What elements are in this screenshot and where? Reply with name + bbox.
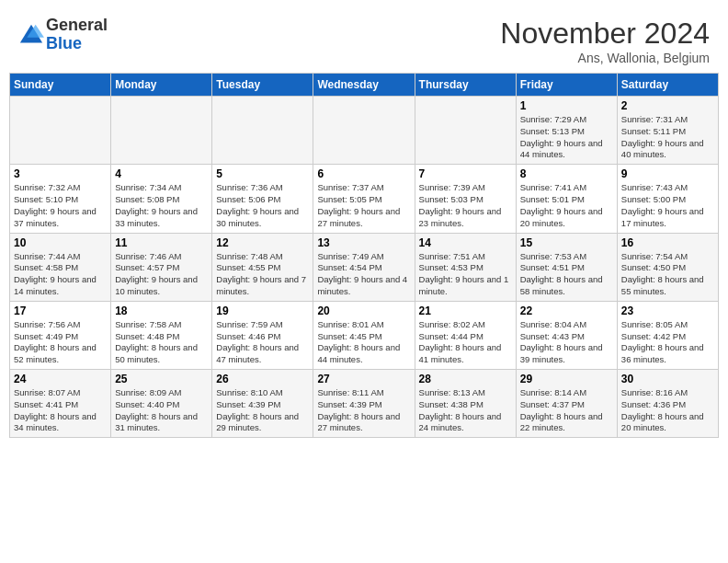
calendar-cell: 9Sunrise: 7:43 AMSunset: 5:00 PMDaylight…: [617, 165, 718, 233]
calendar-cell: 30Sunrise: 8:16 AMSunset: 4:36 PMDayligh…: [617, 370, 718, 438]
calendar-cell: 15Sunrise: 7:53 AMSunset: 4:51 PMDayligh…: [516, 233, 617, 301]
day-info: Sunrise: 7:32 AMSunset: 5:10 PMDaylight:…: [14, 182, 107, 229]
logo-general-text: General: [46, 16, 108, 34]
day-number: 10: [14, 236, 107, 249]
day-number: 15: [520, 236, 613, 249]
day-info: Sunrise: 8:10 AMSunset: 4:39 PMDaylight:…: [216, 387, 309, 434]
calendar-cell: 4Sunrise: 7:34 AMSunset: 5:08 PMDaylight…: [111, 165, 212, 233]
day-number: 25: [115, 373, 208, 385]
day-number: 3: [14, 167, 107, 180]
calendar-cell: 8Sunrise: 7:41 AMSunset: 5:01 PMDaylight…: [516, 165, 617, 233]
day-info: Sunrise: 7:48 AMSunset: 4:55 PMDaylight:…: [216, 251, 309, 298]
day-number: 8: [520, 167, 613, 180]
calendar-cell: 29Sunrise: 8:14 AMSunset: 4:37 PMDayligh…: [516, 370, 617, 438]
weekday-header-sunday: Sunday: [10, 74, 111, 97]
day-info: Sunrise: 7:56 AMSunset: 4:49 PMDaylight:…: [14, 319, 107, 366]
day-number: 21: [419, 304, 512, 317]
day-number: 14: [419, 236, 512, 249]
calendar-cell: 6Sunrise: 7:37 AMSunset: 5:05 PMDaylight…: [313, 165, 415, 233]
calendar-cell: 3Sunrise: 7:32 AMSunset: 5:10 PMDaylight…: [10, 165, 111, 233]
calendar-cell: 17Sunrise: 7:56 AMSunset: 4:49 PMDayligh…: [10, 301, 111, 369]
day-info: Sunrise: 7:41 AMSunset: 5:01 PMDaylight:…: [520, 182, 613, 229]
calendar-cell: 22Sunrise: 8:04 AMSunset: 4:43 PMDayligh…: [516, 301, 617, 369]
day-info: Sunrise: 7:59 AMSunset: 4:46 PMDaylight:…: [216, 319, 309, 366]
day-info: Sunrise: 8:02 AMSunset: 4:44 PMDaylight:…: [419, 319, 512, 366]
calendar-cell: 28Sunrise: 8:13 AMSunset: 4:38 PMDayligh…: [415, 370, 516, 438]
calendar-cell: 19Sunrise: 7:59 AMSunset: 4:46 PMDayligh…: [212, 301, 313, 369]
calendar-cell: 16Sunrise: 7:54 AMSunset: 4:50 PMDayligh…: [617, 233, 718, 301]
day-info: Sunrise: 7:44 AMSunset: 4:58 PMDaylight:…: [14, 251, 107, 298]
day-info: Sunrise: 7:36 AMSunset: 5:06 PMDaylight:…: [216, 182, 309, 229]
weekday-header-wednesday: Wednesday: [313, 74, 415, 97]
calendar-cell: 23Sunrise: 8:05 AMSunset: 4:42 PMDayligh…: [617, 301, 718, 369]
calendar-cell: [111, 97, 212, 165]
day-info: Sunrise: 7:31 AMSunset: 5:11 PMDaylight:…: [621, 114, 714, 161]
calendar-cell: [313, 97, 415, 165]
day-info: Sunrise: 7:37 AMSunset: 5:05 PMDaylight:…: [317, 182, 410, 229]
calendar-cell: 1Sunrise: 7:29 AMSunset: 5:13 PMDaylight…: [516, 97, 617, 165]
day-info: Sunrise: 7:46 AMSunset: 4:57 PMDaylight:…: [115, 251, 208, 298]
weekday-header-monday: Monday: [111, 74, 212, 97]
day-info: Sunrise: 8:05 AMSunset: 4:42 PMDaylight:…: [621, 319, 714, 366]
calendar-cell: [10, 97, 111, 165]
day-number: 7: [419, 167, 512, 180]
day-number: 16: [621, 236, 714, 249]
day-info: Sunrise: 7:39 AMSunset: 5:03 PMDaylight:…: [419, 182, 512, 229]
calendar-week-3: 10Sunrise: 7:44 AMSunset: 4:58 PMDayligh…: [10, 233, 719, 301]
calendar-week-1: 1Sunrise: 7:29 AMSunset: 5:13 PMDaylight…: [10, 97, 719, 165]
day-info: Sunrise: 7:53 AMSunset: 4:51 PMDaylight:…: [520, 251, 613, 298]
calendar-cell: 24Sunrise: 8:07 AMSunset: 4:41 PMDayligh…: [10, 370, 111, 438]
page-header: General Blue November 2024 Ans, Wallonia…: [9, 9, 719, 65]
calendar-week-5: 24Sunrise: 8:07 AMSunset: 4:41 PMDayligh…: [10, 370, 719, 438]
calendar-cell: 13Sunrise: 7:49 AMSunset: 4:54 PMDayligh…: [313, 233, 415, 301]
calendar-week-4: 17Sunrise: 7:56 AMSunset: 4:49 PMDayligh…: [10, 301, 719, 369]
day-number: 30: [621, 373, 714, 385]
day-number: 17: [14, 304, 107, 317]
day-number: 26: [216, 373, 309, 385]
weekday-header-tuesday: Tuesday: [212, 74, 313, 97]
calendar-cell: 26Sunrise: 8:10 AMSunset: 4:39 PMDayligh…: [212, 370, 313, 438]
day-info: Sunrise: 7:34 AMSunset: 5:08 PMDaylight:…: [115, 182, 208, 229]
day-number: 24: [14, 373, 107, 385]
calendar-cell: 25Sunrise: 8:09 AMSunset: 4:40 PMDayligh…: [111, 370, 212, 438]
day-info: Sunrise: 8:01 AMSunset: 4:45 PMDaylight:…: [317, 319, 410, 366]
logo-icon: [18, 22, 44, 48]
day-number: 11: [115, 236, 208, 249]
calendar-cell: 27Sunrise: 8:11 AMSunset: 4:39 PMDayligh…: [313, 370, 415, 438]
day-number: 9: [621, 167, 714, 180]
day-info: Sunrise: 8:11 AMSunset: 4:39 PMDaylight:…: [317, 387, 410, 434]
day-number: 27: [317, 373, 410, 385]
day-info: Sunrise: 8:09 AMSunset: 4:40 PMDaylight:…: [115, 387, 208, 434]
day-number: 23: [621, 304, 714, 317]
calendar-cell: 20Sunrise: 8:01 AMSunset: 4:45 PMDayligh…: [313, 301, 415, 369]
day-info: Sunrise: 7:49 AMSunset: 4:54 PMDaylight:…: [317, 251, 410, 298]
calendar-cell: 11Sunrise: 7:46 AMSunset: 4:57 PMDayligh…: [111, 233, 212, 301]
location-subtitle: Ans, Wallonia, Belgium: [500, 51, 710, 65]
weekday-header-saturday: Saturday: [617, 74, 718, 97]
calendar-cell: [415, 97, 516, 165]
day-number: 2: [621, 99, 714, 112]
calendar-cell: 12Sunrise: 7:48 AMSunset: 4:55 PMDayligh…: [212, 233, 313, 301]
weekday-header-row: SundayMondayTuesdayWednesdayThursdayFrid…: [10, 74, 719, 97]
day-info: Sunrise: 8:14 AMSunset: 4:37 PMDaylight:…: [520, 387, 613, 434]
calendar-table: SundayMondayTuesdayWednesdayThursdayFrid…: [9, 73, 719, 438]
day-number: 19: [216, 304, 309, 317]
day-number: 22: [520, 304, 613, 317]
weekday-header-thursday: Thursday: [415, 74, 516, 97]
weekday-header-friday: Friday: [516, 74, 617, 97]
logo: General Blue: [18, 17, 108, 53]
day-number: 4: [115, 167, 208, 180]
calendar-cell: 2Sunrise: 7:31 AMSunset: 5:11 PMDaylight…: [617, 97, 718, 165]
day-number: 5: [216, 167, 309, 180]
calendar-cell: 7Sunrise: 7:39 AMSunset: 5:03 PMDaylight…: [415, 165, 516, 233]
day-number: 13: [317, 236, 410, 249]
day-number: 6: [317, 167, 410, 180]
title-block: November 2024 Ans, Wallonia, Belgium: [500, 17, 710, 65]
day-info: Sunrise: 8:07 AMSunset: 4:41 PMDaylight:…: [14, 387, 107, 434]
day-number: 29: [520, 373, 613, 385]
calendar-cell: 5Sunrise: 7:36 AMSunset: 5:06 PMDaylight…: [212, 165, 313, 233]
day-number: 12: [216, 236, 309, 249]
calendar-cell: 10Sunrise: 7:44 AMSunset: 4:58 PMDayligh…: [10, 233, 111, 301]
calendar-cell: 18Sunrise: 7:58 AMSunset: 4:48 PMDayligh…: [111, 301, 212, 369]
day-info: Sunrise: 7:29 AMSunset: 5:13 PMDaylight:…: [520, 114, 613, 161]
